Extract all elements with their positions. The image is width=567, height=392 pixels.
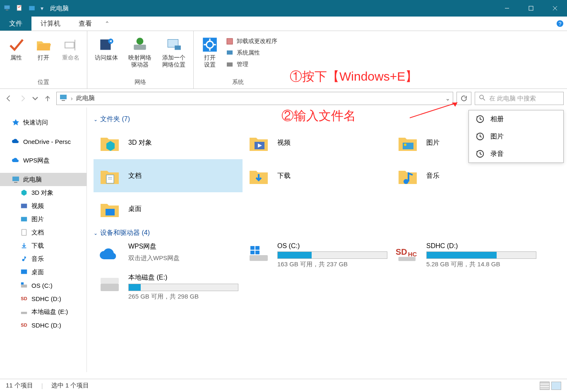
svg-rect-40 (21, 284, 27, 287)
ribbon-group-system: 打开 设置 卸载或更改程序 系统属性 管理 系统 (194, 31, 282, 88)
tree-item[interactable]: 文档 (0, 226, 86, 239)
address-bar[interactable]: › 此电脑 ⌄ (56, 92, 453, 105)
qat-dropdown-icon[interactable]: ▾ (41, 5, 43, 12)
cloud-icon (12, 137, 20, 146)
maximize-button[interactable] (519, 0, 543, 17)
map-drive-icon (131, 36, 149, 53)
desktop-icon (20, 268, 28, 276)
chevron-down-icon: ⌄ (94, 117, 98, 122)
folder-icon (396, 131, 420, 155)
gear-icon (201, 36, 219, 53)
suggestion-item[interactable]: 相册 (469, 110, 563, 128)
folder-videos[interactable]: 视频 (243, 126, 392, 159)
drive-sub: 双击进入WPS网盘 (128, 253, 238, 262)
map-drive-button[interactable]: 映射网络 驱动器 (124, 35, 156, 69)
status-bar: 11 个项目 | 选中 1 个项目 (0, 379, 567, 392)
address-dropdown-icon[interactable]: ⌄ (445, 95, 450, 102)
tree-this-pc[interactable]: 此电脑 (0, 173, 86, 186)
recent-locations-button[interactable] (31, 93, 39, 104)
back-button[interactable] (3, 93, 14, 104)
search-box[interactable] (475, 92, 564, 105)
tree-item[interactable]: 3D 对象 (0, 186, 86, 199)
tree-onedrive[interactable]: OneDrive - Persc (0, 135, 86, 148)
drive-icon (98, 242, 122, 263)
breadcrumb[interactable]: 此电脑 (76, 94, 95, 102)
svg-text:HC: HC (408, 251, 417, 258)
svg-rect-38 (22, 229, 26, 235)
rename-icon (62, 36, 79, 53)
properties-button[interactable]: 属性 (3, 35, 29, 62)
chevron-down-icon: ⌄ (94, 230, 98, 236)
cloud-icon (12, 156, 20, 165)
svg-rect-41 (21, 282, 24, 284)
manage-button[interactable]: 管理 (224, 60, 279, 69)
open-button[interactable]: 打开 (31, 35, 56, 62)
tab-view[interactable]: 查看 (70, 17, 101, 31)
drive-name: WPS网盘 (128, 242, 238, 253)
quick-access-toolbar: ▾ (0, 4, 43, 13)
add-location-button[interactable]: 添加一个 网络位置 (158, 35, 190, 69)
monitor-icon (226, 49, 233, 57)
svg-rect-53 (255, 246, 259, 250)
open-settings-button[interactable]: 打开 设置 (197, 35, 223, 69)
drive-item[interactable]: SDHC SDHC (D:) 5.28 GB 可用，共 14.8 GB (392, 240, 541, 271)
folder-3d-objects[interactable]: 3D 对象 (94, 126, 243, 159)
search-input[interactable] (489, 95, 560, 102)
folder-downloads[interactable]: 下载 (243, 159, 392, 192)
view-details-button[interactable] (540, 382, 550, 390)
drive-item[interactable]: OS (C:) 163 GB 可用，共 237 GB (243, 240, 392, 271)
folder-music[interactable]: 音乐 (392, 159, 541, 192)
refresh-button[interactable] (456, 92, 471, 105)
tree-quick-access[interactable]: 快速访问 (0, 116, 86, 129)
tree-item[interactable]: SDSDHC (D:) (0, 292, 86, 305)
tree-item[interactable]: 图片 (0, 213, 86, 226)
suggestion-item[interactable]: 录音 (469, 145, 563, 163)
drive-item[interactable]: WPS网盘 双击进入WPS网盘 (94, 240, 243, 271)
svg-rect-59 (101, 284, 119, 291)
folder-documents[interactable]: 文档 (94, 159, 243, 192)
forward-button[interactable] (17, 93, 28, 104)
tab-file[interactable]: 文件 (0, 17, 31, 31)
close-button[interactable] (543, 0, 567, 17)
view-icons-button[interactable] (551, 382, 561, 390)
folder-icon (247, 131, 271, 155)
tree-item[interactable]: 下载 (0, 239, 86, 252)
folder-desktop[interactable]: 桌面 (94, 192, 243, 225)
svg-point-45 (404, 143, 406, 146)
up-button[interactable] (42, 93, 53, 104)
folder-icon (98, 164, 122, 188)
minimize-button[interactable] (495, 0, 519, 17)
nav-tree: 快速访问 OneDrive - Persc WPS网盘 此电脑 3D 对象 视频… (0, 108, 87, 372)
tree-item[interactable]: SDSDHC (D:) (0, 318, 86, 332)
svg-rect-58 (399, 257, 416, 261)
svg-rect-55 (255, 251, 259, 254)
help-icon[interactable]: ? (553, 17, 567, 31)
tree-item[interactable]: OS (C:) (0, 279, 86, 292)
tree-item[interactable]: 本地磁盘 (E:) (0, 305, 86, 318)
search-icon (478, 94, 486, 103)
qat-properties-icon[interactable] (16, 4, 23, 13)
rename-button[interactable]: 重命名 (58, 35, 84, 62)
uninstall-button[interactable]: 卸载或更改程序 (224, 37, 279, 46)
folder-icon (247, 164, 271, 188)
group-header-drives[interactable]: ⌄设备和驱动器 (4) (94, 229, 560, 237)
tab-computer[interactable]: 计算机 (31, 17, 70, 31)
tree-item[interactable]: 桌面 (0, 265, 86, 279)
access-media-button[interactable]: 访问媒体 (91, 35, 122, 62)
svg-rect-24 (227, 38, 233, 44)
sd-icon: SD (20, 294, 28, 303)
qat-folder-icon[interactable] (28, 4, 36, 13)
computer-small-icon (59, 93, 67, 103)
drive-item[interactable]: 本地磁盘 (E:) 265 GB 可用，共 298 GB (94, 271, 243, 303)
svg-rect-28 (62, 100, 65, 101)
tree-item[interactable]: 视频 (0, 199, 86, 213)
collapse-ribbon-icon[interactable]: ⌃ (101, 17, 113, 31)
tree-item[interactable]: 音乐 (0, 252, 86, 265)
svg-rect-17 (175, 45, 181, 50)
suggestion-item[interactable]: 图片 (469, 128, 563, 145)
tree-wps[interactable]: WPS网盘 (0, 154, 86, 167)
sd-icon: SD (20, 321, 28, 329)
ribbon-tabs: 文件 计算机 查看 ⌃ ? (0, 17, 567, 31)
system-properties-button[interactable]: 系统属性 (224, 48, 279, 57)
svg-rect-1 (6, 10, 8, 10)
